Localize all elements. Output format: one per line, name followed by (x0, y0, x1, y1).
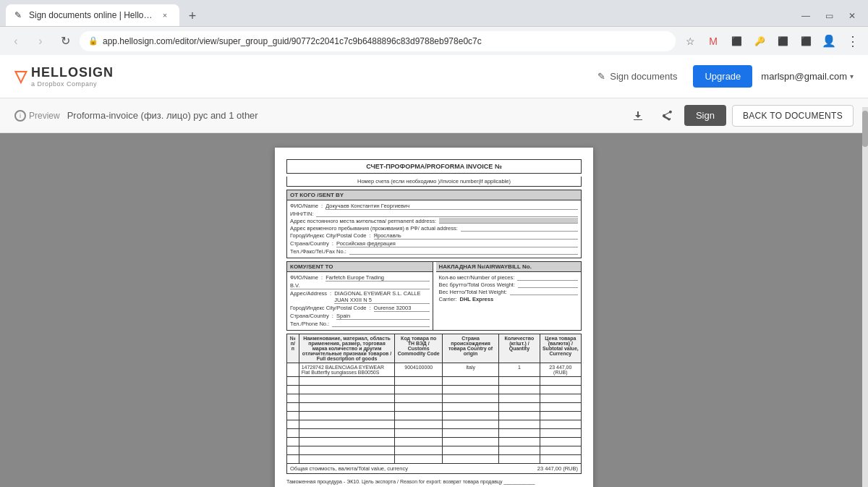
col-code: Код товара по ТН ВЭД / Customs Commodity… (395, 334, 443, 363)
to-name-label: ФИО/Name (290, 274, 318, 281)
phone-value (349, 248, 578, 255)
sent-to-bv-row: B.V. (290, 282, 430, 289)
document-footer: Таможенная процедура - ЭК10. Цель экспор… (286, 478, 582, 487)
sent-by-body: ФИО/Name: Докучаев Константин Георгиевич… (287, 200, 581, 258)
row-num (287, 363, 299, 377)
forward-nav-button[interactable]: › (30, 31, 51, 51)
extension-icon-1[interactable]: ⬛ (726, 31, 746, 51)
sign-docs-icon: ✎ (597, 71, 605, 82)
back-to-documents-button[interactable]: BACK TO DOCUMENTS (732, 105, 854, 127)
reload-button[interactable]: ↻ (55, 31, 75, 51)
footer-line-1: Таможенная процедура - ЭК10. Цель экспор… (286, 478, 582, 486)
logo-sub: a Dropbox Company (31, 80, 114, 88)
sent-by-phone-row: Тел./Факс/Tel./Fax No.: (290, 248, 578, 255)
row-desc: 14728742 BALENCIAGA EYEWEAR Flat Butterf… (299, 363, 395, 377)
user-menu[interactable]: marlspn@gmail.com ▾ (761, 71, 854, 82)
table-row (287, 420, 582, 429)
close-button[interactable]: ✕ (842, 6, 862, 26)
to-address-label: Адрес/Address (290, 290, 327, 304)
address-bar[interactable]: 🔒 app.hellosign.com/editor/view/super_gr… (80, 31, 676, 51)
table-row (287, 386, 582, 394)
extension-icon-4[interactable]: ⬛ (796, 31, 816, 51)
document-toolbar: i Preview Proforma-invoice (физ. лицо) р… (0, 98, 868, 133)
to-phone-value (332, 321, 429, 327)
goods-table: № п/п Наименование, материал, область пр… (286, 334, 582, 464)
header-actions: ✎ Sign documents Upgrade marlspn@gmail.c… (590, 65, 854, 88)
active-tab[interactable]: ✎ Sign documents online | HelloSi... × (6, 4, 179, 26)
more-menu-button[interactable]: ⋮ (842, 31, 862, 51)
sent-to-name-row: ФИО/Name: Farfetch Europe Trading (290, 274, 430, 281)
phone-label: Тел./Факс/Tel./Fax No.: (290, 248, 346, 255)
total-label: Общая стоимость, валюта/Total value, cur… (290, 465, 408, 472)
table-row: 14728742 BALENCIAGA EYEWEAR Flat Butterf… (287, 363, 582, 377)
airwaybill-col: НАКЛАДНАЯ №/AIRWAYBILL No. Кол-во мест/N… (433, 262, 582, 330)
preview-indicator: i Preview (14, 110, 60, 122)
upgrade-button[interactable]: Upgrade (693, 65, 752, 88)
sign-button[interactable]: Sign (684, 105, 726, 126)
download-button[interactable] (626, 104, 650, 127)
sent-to-body: ФИО/Name: Farfetch Europe Trading B.V. А… (287, 272, 433, 330)
tab-bar: ✎ Sign documents online | HelloSi... × +… (0, 0, 868, 26)
sent-to-city-row: Город/Индекс City/Postal Code: Ourense 3… (290, 305, 430, 312)
preview-label: Preview (29, 111, 60, 121)
total-value: 23 447,00 (RUB) (537, 465, 578, 472)
country-label: Страна/Country (290, 240, 329, 247)
sign-documents-link[interactable]: ✎ Sign documents (590, 67, 684, 86)
net-weight-value (510, 289, 578, 295)
airwaybill-header: НАКЛАДНАЯ №/AIRWAYBILL No. (436, 262, 582, 272)
sent-to-header: КОМУ/SENT TO (287, 262, 433, 272)
sent-to-phone-row: Тел./Phone No.: (290, 321, 430, 327)
back-nav-button[interactable]: ‹ (6, 31, 26, 51)
gross-weight-label: Вес брутто/Total Gross Weight: (439, 281, 515, 288)
extension-icon-2[interactable]: 🔑 (749, 31, 770, 51)
lock-icon: 🔒 (88, 36, 98, 46)
bookmark-icon[interactable]: ☆ (680, 31, 700, 51)
address-label: Адрес постоянного места жительства/ perm… (290, 218, 436, 224)
toolbar-actions: Sign BACK TO DOCUMENTS (626, 104, 854, 127)
doc-invoice-num: Номер счета (если необходимо )/Invoice n… (286, 177, 582, 187)
app-header: ▽ HELLOSIGN a Dropbox Company ✎ Sign doc… (0, 55, 868, 98)
inn-value (316, 211, 578, 217)
table-row (287, 412, 582, 420)
gmail-icon[interactable]: M (703, 31, 723, 51)
doc-main-title: СЧЕТ-ПРОФОРМА/PROFORMA INVOICE № (286, 159, 582, 174)
minimize-button[interactable]: — (796, 6, 816, 26)
to-city-label: Город/Индекс City/Postal Code (290, 305, 367, 312)
gross-weight-row: Вес брутто/Total Gross Weight: (439, 281, 579, 288)
col-price: Цена товара (валюта) / Subtotal value, C… (540, 334, 581, 363)
col-num: № п/п (287, 334, 299, 363)
profile-icon[interactable]: 👤 (819, 31, 839, 51)
temp-address-value (461, 225, 578, 232)
extension-icon-3[interactable]: ⬛ (773, 31, 793, 51)
sent-to-col: КОМУ/SENT TO ФИО/Name: Farfetch Europe T… (287, 262, 433, 330)
logo-text: HELLOSIGN a Dropbox Company (31, 65, 114, 88)
share-button[interactable] (655, 104, 678, 127)
table-row (287, 377, 582, 386)
net-weight-row: Вес Нетто/Total Net Weight: (439, 289, 579, 295)
to-country-value: Spain (336, 313, 430, 320)
url-text: app.hellosign.com/editor/view/super_grou… (103, 36, 482, 46)
table-row (287, 455, 582, 464)
inn-label: ИНН/TIN: (290, 211, 313, 217)
row-qty: 1 (499, 363, 540, 377)
hellosign-logo[interactable]: ▽ HELLOSIGN a Dropbox Company (14, 65, 114, 88)
carrier-row: Carrier: DHL Express (439, 296, 579, 302)
tab-close-button[interactable]: × (159, 9, 171, 21)
table-row (287, 446, 582, 455)
sent-by-section: ОТ КОГО /SENT BY ФИО/Name: Докучаев Конс… (286, 190, 582, 258)
to-country-label: Страна/Country (290, 313, 329, 320)
scrollbar[interactable] (862, 133, 868, 487)
pieces-value (517, 274, 578, 281)
row-price: 23 447,00 (RUB) (540, 363, 581, 377)
col-qty: Количество (кг/шт.) / Quantity (499, 334, 540, 363)
city-value: Ярославль (374, 232, 578, 240)
new-tab-button[interactable]: + (182, 6, 203, 26)
logo-name: HELLOSIGN (31, 65, 114, 80)
to-phone-label: Тел./Phone No.: (290, 321, 329, 327)
table-row (287, 403, 582, 412)
sign-docs-label: Sign documents (610, 71, 677, 82)
document-page: СЧЕТ-ПРОФОРМА/PROFORMA INVOICE № Номер с… (275, 148, 593, 487)
scrollbar-thumb[interactable] (862, 133, 868, 147)
restore-button[interactable]: ▭ (819, 6, 839, 26)
gross-weight-value (518, 281, 578, 288)
